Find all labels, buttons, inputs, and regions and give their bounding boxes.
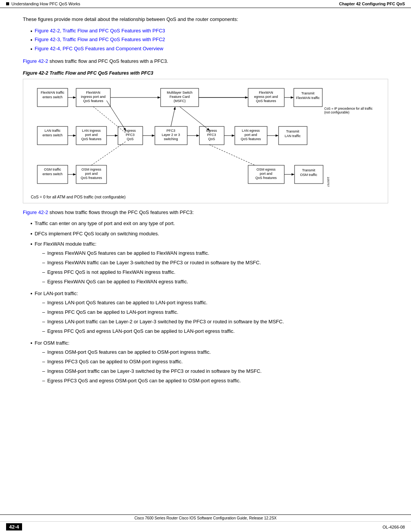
diagram-svg: FlexWAN traffic enters switch FlexWAN in… <box>28 85 383 192</box>
svg-text:CoS = IP precedence for all tr: CoS = IP precedence for all traffic <box>324 107 373 110</box>
sub-text: Ingress PFC QoS can be applied to LAN-po… <box>47 308 178 316</box>
svg-text:enters switch: enters switch <box>43 133 63 137</box>
sub-list-item: Egress PFC QoS and egress LAN-port QoS c… <box>42 328 284 335</box>
svg-text:LAN traffic: LAN traffic <box>285 134 301 138</box>
sub-text: Egress PFC3 QoS and egress OSM-port QoS … <box>47 377 241 385</box>
body-intro-suffix: shows how traffic flows through the PFC … <box>48 209 194 215</box>
figure-link-2[interactable]: Figure 42-3, Traffic Flow and PFC QoS Fe… <box>35 37 165 42</box>
list-item-osm: For OSM traffic: Ingress OSM-port QoS fe… <box>30 339 388 387</box>
svg-line-69 <box>91 142 126 165</box>
list-item: Traffic can enter on any type of port an… <box>30 220 388 228</box>
intro-paragraph: These figures provide more detail about … <box>23 16 388 23</box>
svg-text:Multilayer Switch: Multilayer Switch <box>167 91 193 94</box>
figure-ref-paragraph: Figure 42-2 shows traffic flow and PFC Q… <box>23 58 388 65</box>
svg-text:FlexWAN traffic: FlexWAN traffic <box>296 96 320 100</box>
body-bullets-list: Traffic can enter on any type of port an… <box>30 220 388 387</box>
sub-list-item: Ingress LAN-port traffic can be Layer-2 … <box>42 318 284 326</box>
header-right: Chapter 42 Configuring PFC QoS <box>339 2 405 6</box>
header-square-icon <box>6 2 9 5</box>
svg-text:QoS: QoS <box>127 137 134 141</box>
list-item: DFCs implement PFC QoS locally on switch… <box>30 230 388 238</box>
sub-text: Egress PFC QoS and egress LAN-port QoS c… <box>47 328 235 335</box>
diagram-container: FlexWAN traffic enters switch FlexWAN in… <box>23 79 388 203</box>
footer-doc-title: Cisco 7600 Series Router Cisco IOS Softw… <box>0 515 411 522</box>
svg-text:QoS freatures: QoS freatures <box>255 176 277 180</box>
svg-text:Transmit: Transmit <box>301 91 315 95</box>
bullet-text-3: For FlexWAN module traffic: <box>35 241 97 247</box>
sub-list-item: Egress PFC QoS is not applied to FlexWAN… <box>42 268 261 276</box>
list-item: Figure 42-2, Traffic Flow and PFC QoS Fe… <box>30 28 388 35</box>
svg-text:QoS features: QoS features <box>241 137 261 141</box>
sub-text: Egress PFC QoS is not applied to FlexWAN… <box>47 268 175 276</box>
svg-text:Transmit: Transmit <box>286 129 299 133</box>
footer-bottom: 42-4 OL-4266-08 <box>0 522 411 532</box>
sub-list-item: Egress FlexWAN QoS can be applied to Fle… <box>42 278 261 286</box>
svg-text:port and: port and <box>85 172 97 176</box>
svg-line-78 <box>209 145 255 165</box>
svg-text:(not configurable): (not configurable) <box>324 110 349 114</box>
svg-text:LAN egress: LAN egress <box>242 129 260 133</box>
svg-text:(MSFC): (MSFC) <box>174 99 186 103</box>
page-header: Understanding How PFC QoS Works Chapter … <box>0 0 411 8</box>
svg-text:port and: port and <box>244 133 257 137</box>
svg-line-58 <box>180 107 209 130</box>
list-item-flexwan: For FlexWAN module traffic: Ingress Flex… <box>30 240 388 288</box>
sub-list-item: Ingress PFC3 QoS can be applied to OSM-p… <box>42 358 262 366</box>
body-section: Figure 42-2 shows how traffic flows thro… <box>23 209 388 387</box>
figure-link-3[interactable]: Figure 42-4, PFC QoS Features and Compon… <box>35 46 163 51</box>
svg-text:egress port and: egress port and <box>254 95 278 99</box>
lan-sub-bullets: Ingress LAN-port QoS features can be app… <box>42 299 284 335</box>
svg-line-59 <box>171 107 175 126</box>
svg-text:QoS features: QoS features <box>81 137 102 141</box>
svg-text:OSM ingress: OSM ingress <box>81 168 102 171</box>
main-content: These figures provide more detail about … <box>0 8 411 412</box>
svg-text:OSM traffic: OSM traffic <box>44 168 61 171</box>
figure-42-2-body-ref[interactable]: Figure 42-2 <box>23 209 48 215</box>
section-title: Understanding How PFC QoS Works <box>11 2 80 6</box>
sub-text: Ingress PFC3 QoS can be applied to OSM-p… <box>47 358 183 366</box>
sub-text: Ingress OSM-port traffic can be Layer-3 … <box>47 367 261 375</box>
sub-list-item: Ingress FlexWAN traffic can be Layer 3-s… <box>42 259 261 267</box>
sub-list-item: Ingress OSM-port traffic can be Layer-3 … <box>42 367 262 375</box>
svg-text:OSM traffic: OSM traffic <box>300 173 317 177</box>
body-intro-paragraph: Figure 42-2 shows how traffic flows thro… <box>23 209 388 217</box>
figure-link-1[interactable]: Figure 42-2, Traffic Flow and PFC QoS Fe… <box>35 28 165 34</box>
svg-text:PFC3: PFC3 <box>126 133 134 137</box>
page-footer: Cisco 7600 Series Router Cisco IOS Softw… <box>0 514 411 532</box>
sub-text: Ingress OSM-port QoS features can be app… <box>47 348 211 356</box>
sub-text: Ingress LAN-port traffic can be Layer-2 … <box>47 318 284 326</box>
svg-text:port and: port and <box>85 133 97 137</box>
svg-text:QoS features: QoS features <box>83 99 104 103</box>
sub-text: Ingress LAN-port QoS features can be app… <box>47 299 207 307</box>
sub-list-item: Ingress PFC QoS can be applied to LAN-po… <box>42 308 284 316</box>
sub-text: Ingress FlexWAN traffic can be Layer 3-s… <box>47 259 261 267</box>
sub-list-item: Ingress LAN-port QoS features can be app… <box>42 299 284 307</box>
figure-title: Figure 42-2 Traffic Flow and PFC QoS Fea… <box>23 70 388 76</box>
svg-text:105757: 105757 <box>327 177 330 187</box>
svg-text:FlexWAN: FlexWAN <box>86 91 100 94</box>
svg-text:port and: port and <box>260 172 272 176</box>
svg-text:OSM egress: OSM egress <box>256 168 276 171</box>
svg-text:PFC3: PFC3 <box>166 129 175 133</box>
svg-text:Layer 2 or 3: Layer 2 or 3 <box>162 133 180 137</box>
svg-text:QoS features: QoS features <box>256 99 276 103</box>
svg-line-57 <box>107 101 126 130</box>
bullet-text-1: Traffic can enter on any type of port an… <box>35 220 175 228</box>
list-item-lan: For LAN-port traffic: Ingress LAN-port Q… <box>30 290 388 337</box>
svg-text:FlexWAN traffic: FlexWAN traffic <box>41 91 65 94</box>
figure-42-2-ref[interactable]: Figure 42-2 <box>23 58 48 64</box>
svg-text:QoS: QoS <box>208 137 215 141</box>
svg-text:PFC3: PFC3 <box>207 133 216 137</box>
bullet-text-4: For LAN-port traffic: <box>35 291 78 296</box>
svg-text:FlexWAN: FlexWAN <box>259 91 273 94</box>
sub-text: Egress FlexWAN QoS can be applied to Fle… <box>47 278 188 286</box>
list-item: Figure 42-4, PFC QoS Features and Compon… <box>30 46 388 53</box>
flexwan-sub-bullets: Ingress FlexWAN QoS features can be appl… <box>42 249 261 286</box>
doc-number: OL-4266-08 <box>382 525 405 529</box>
svg-text:LAN traffic: LAN traffic <box>45 129 61 133</box>
bullet-text-2: DFCs implement PFC QoS locally on switch… <box>35 230 159 238</box>
svg-text:enters switch: enters switch <box>43 95 63 99</box>
figure-ref-suffix: shows traffic flow and PFC QoS features … <box>48 58 168 64</box>
svg-text:Feature Card: Feature Card <box>169 95 190 99</box>
svg-text:Transmit: Transmit <box>302 168 315 172</box>
